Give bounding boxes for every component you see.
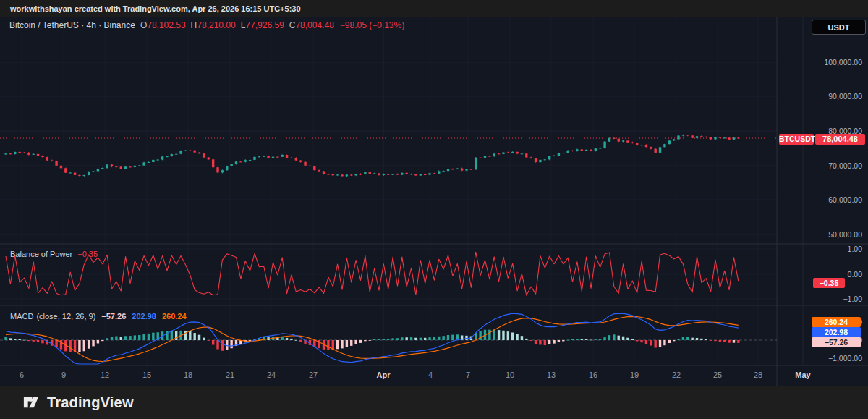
macd-legend[interactable]: MACD(close, 12, 26, 9)−57.26202.98260.24 (10, 312, 187, 321)
time-tick-label: 12 (101, 371, 109, 379)
macd-line-value: 202.98 (132, 312, 156, 321)
price-tick-label: 100,000.00 (790, 58, 862, 67)
time-tick-label: 9 (61, 371, 66, 379)
open-label: O (140, 20, 147, 30)
time-tick-label: Apr (377, 371, 391, 379)
bop-title[interactable]: Balance of Power (10, 250, 72, 258)
close-value: 78,004.48 (295, 20, 333, 30)
macd-tick-label: −1,000.00 (790, 354, 862, 363)
change-value: −98.05 (−0.13%) (340, 20, 404, 30)
macd-title[interactable]: MACD (10, 312, 33, 321)
time-tick-label: 25 (713, 371, 722, 379)
current-price-badge: 78,004.48 (815, 134, 865, 145)
tradingview-logo-text: TradingView (47, 394, 134, 411)
time-tick-label: 24 (267, 371, 276, 379)
time-tick-label: 16 (589, 371, 597, 379)
tradingview-logo[interactable]: TradingView (22, 393, 134, 412)
candlestick-series (4, 135, 739, 177)
tradingview-logo-icon (22, 393, 41, 412)
low-value: 77,926.59 (245, 20, 284, 30)
time-tick-label: 6 (20, 371, 24, 379)
macd-params: (close, 12, 26, 9) (36, 312, 95, 321)
price-tick-label: 90,000.00 (790, 92, 862, 101)
macd-histogram (4, 329, 739, 352)
macd-hist-value: −57.26 (101, 312, 126, 321)
macd-signal-badge: 260.24 (812, 317, 861, 327)
bop-line-series (6, 252, 739, 295)
footer-bar: TradingView (0, 386, 868, 419)
open-value: 78,102.53 (147, 20, 185, 30)
time-tick-label: 19 (630, 371, 639, 379)
bop-tick-label: −1.00 (790, 295, 862, 303)
time-tick-label: 15 (142, 371, 151, 379)
time-tick-label: 4 (428, 371, 433, 379)
tradingview-snapshot: workwithshayan created with TradingView.… (0, 0, 868, 419)
time-tick-label: 18 (184, 371, 192, 379)
bop-tick-label: 1.00 (790, 245, 862, 253)
price-tick-label: 70,000.00 (790, 161, 862, 170)
time-tick-label: 10 (506, 371, 514, 379)
time-tick-label: 27 (309, 371, 318, 379)
currency-toggle-button[interactable]: USDT (812, 20, 866, 35)
time-tick-label: 22 (672, 371, 681, 379)
time-tick-label: 13 (547, 371, 556, 379)
panel-separators (0, 17, 868, 386)
bop-legend[interactable]: Balance of Power−0.35 (10, 250, 98, 258)
price-tick-label: 50,000.00 (790, 230, 862, 239)
macd-line-badge: 202.98 (812, 327, 861, 337)
time-tick-label: 21 (226, 371, 234, 379)
macd-hist-badge: −57.26 (812, 337, 861, 347)
time-tick-label: 7 (466, 371, 470, 379)
macd-signal-value: 260.24 (162, 312, 187, 321)
symbol-legend[interactable]: Bitcoin / TetherUS · 4h · BinanceO78,102… (9, 20, 404, 30)
bop-current-value: −0.35 (77, 250, 98, 258)
high-value: 78,210.00 (197, 20, 235, 30)
time-tick-label: 28 (754, 371, 762, 379)
price-tick-label: 60,000.00 (790, 195, 862, 204)
symbol-title[interactable]: Bitcoin / TetherUS · 4h · Binance (9, 20, 135, 30)
chart-canvas[interactable] (0, 0, 868, 419)
high-label: H (191, 20, 197, 30)
bop-value-badge: −0.35 (813, 278, 845, 288)
price-label-symbol-badge: BTCUSDT (779, 134, 814, 145)
time-tick-label: May (795, 371, 810, 379)
